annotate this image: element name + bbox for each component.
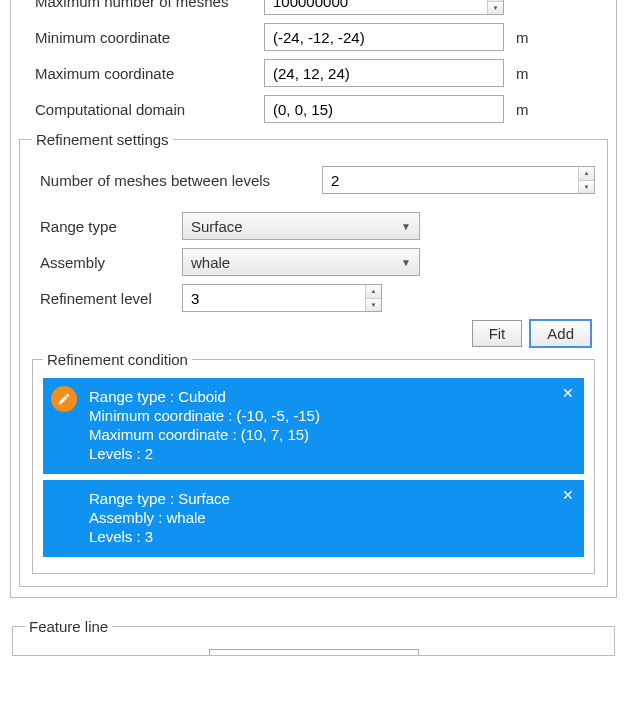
feature-line-group: Feature line <box>12 618 615 656</box>
refinement-condition-legend: Refinement condition <box>43 351 192 368</box>
min-coord-unit: m <box>504 29 534 46</box>
comp-domain-unit: m <box>504 101 534 118</box>
assembly-label: Assembly <box>32 254 182 271</box>
close-icon[interactable]: ✕ <box>562 386 574 400</box>
max-meshes-row: Maximum number of meshes ▲ ▼ <box>19 0 608 15</box>
spin-up-icon[interactable]: ▲ <box>366 285 381 299</box>
add-button[interactable]: Add <box>530 320 591 347</box>
refinement-settings-legend: Refinement settings <box>32 131 173 148</box>
max-meshes-input[interactable]: ▲ ▼ <box>264 0 504 15</box>
chevron-down-icon: ▼ <box>401 221 411 232</box>
refinement-settings-group: Refinement settings Number of meshes bet… <box>19 131 608 587</box>
card-line: Levels : 3 <box>89 528 572 545</box>
card-line: Minimum coordinate : (-10, -5, -15) <box>89 407 572 424</box>
spin-down-icon[interactable]: ▼ <box>366 299 381 312</box>
pencil-icon[interactable] <box>51 386 77 412</box>
spin-up-icon[interactable]: ▲ <box>579 167 594 181</box>
refinement-condition-group: Refinement condition ✕ Range type : Cubo… <box>32 351 595 574</box>
max-meshes-spinner[interactable]: ▲ ▼ <box>487 0 503 14</box>
card-line: Range type : Cuboid <box>89 388 572 405</box>
range-type-value: Surface <box>191 218 243 235</box>
max-coord-label: Maximum coordinate <box>19 65 264 82</box>
condition-card[interactable]: ✕ Range type : Surface Assembly : whale … <box>43 480 584 557</box>
spin-down-icon[interactable]: ▼ <box>488 2 503 15</box>
nmb-row: Number of meshes between levels ▲ ▼ <box>32 166 595 194</box>
card-line: Maximum coordinate : (10, 7, 15) <box>89 426 572 443</box>
refine-level-field[interactable] <box>182 284 382 312</box>
comp-domain-label: Computational domain <box>19 101 264 118</box>
refine-level-row: Refinement level ▲ ▼ <box>32 284 595 312</box>
main-settings-panel: Maximum number of meshes ▲ ▼ Minimum coo… <box>10 0 617 598</box>
max-coord-unit: m <box>504 65 534 82</box>
min-coord-row: Minimum coordinate m <box>19 23 608 51</box>
refine-level-spinner[interactable]: ▲ ▼ <box>365 285 381 311</box>
range-type-row: Range type Surface ▼ <box>32 212 595 240</box>
min-coord-label: Minimum coordinate <box>19 29 264 46</box>
card-line: Assembly : whale <box>89 509 572 526</box>
fit-button[interactable]: Fit <box>472 320 523 347</box>
min-coord-input[interactable] <box>264 23 504 51</box>
spin-down-icon[interactable]: ▼ <box>579 181 594 194</box>
refine-level-label: Refinement level <box>32 290 182 307</box>
nmb-label: Number of meshes between levels <box>32 172 322 189</box>
card-line: Range type : Surface <box>89 490 572 507</box>
max-meshes-label: Maximum number of meshes <box>19 0 264 10</box>
assembly-row: Assembly whale ▼ <box>32 248 595 276</box>
nmb-spinner[interactable]: ▲ ▼ <box>578 167 594 193</box>
feature-line-input[interactable] <box>209 649 419 655</box>
feature-line-legend: Feature line <box>25 618 112 635</box>
max-coord-row: Maximum coordinate m <box>19 59 608 87</box>
max-meshes-field[interactable] <box>264 0 504 15</box>
assembly-value: whale <box>191 254 230 271</box>
feature-line-wrap: Feature line <box>10 618 617 656</box>
range-type-label: Range type <box>32 218 182 235</box>
nmb-field[interactable] <box>322 166 595 194</box>
chevron-down-icon: ▼ <box>401 257 411 268</box>
refine-level-input[interactable]: ▲ ▼ <box>182 284 382 312</box>
assembly-select[interactable]: whale ▼ <box>182 248 420 276</box>
card-line: Levels : 2 <box>89 445 572 462</box>
condition-card[interactable]: ✕ Range type : Cuboid Minimum coordinate… <box>43 378 584 474</box>
comp-domain-input[interactable] <box>264 95 504 123</box>
max-coord-input[interactable] <box>264 59 504 87</box>
refine-button-row: Fit Add <box>32 320 591 347</box>
range-type-select[interactable]: Surface ▼ <box>182 212 420 240</box>
nmb-input[interactable]: ▲ ▼ <box>322 166 595 194</box>
close-icon[interactable]: ✕ <box>562 488 574 502</box>
comp-domain-row: Computational domain m <box>19 95 608 123</box>
